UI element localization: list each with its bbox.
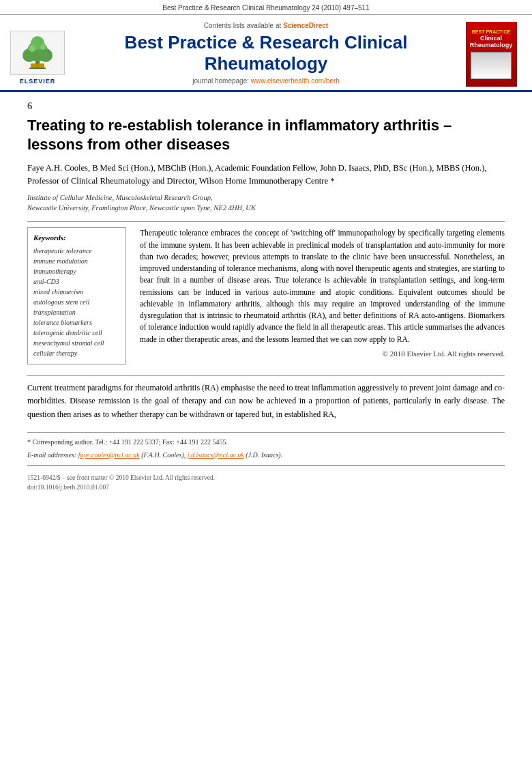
keywords-column: Keywords: therapeutic toleranceimmune mo… bbox=[27, 227, 126, 364]
svg-rect-1 bbox=[29, 68, 46, 69]
article-body: Current treatment paradigms for rheumato… bbox=[27, 382, 505, 421]
page: Best Practice & Research Clinical Rheuma… bbox=[0, 0, 532, 774]
keywords-list: therapeutic toleranceimmune modulationim… bbox=[33, 246, 120, 358]
cover-best-practice: BEST PRACTICE bbox=[472, 29, 510, 34]
keywords-title: Keywords: bbox=[33, 233, 120, 242]
footer-emails: E-mail addresses: faye.cooles@ncl.ac.uk … bbox=[27, 450, 505, 460]
svg-point-4 bbox=[39, 48, 53, 62]
journal-header: ELSEVIER Contents lists available at Sci… bbox=[0, 15, 532, 92]
journal-citation: Best Practice & Research Clinical Rheuma… bbox=[162, 4, 370, 12]
email2-name: (J.D. Isaacs). bbox=[246, 451, 282, 459]
article-affiliation: Institute of Cellular Medicine, Musculos… bbox=[27, 193, 505, 213]
sciencedirect-link[interactable]: ScienceDirect bbox=[283, 22, 328, 29]
corresponding-label: * Corresponding author. bbox=[27, 438, 93, 446]
journal-cover-image: BEST PRACTICE Clinical Rheumatology bbox=[466, 22, 517, 87]
affiliation-line1: Institute of Cellular Medicine, Musculos… bbox=[27, 194, 213, 201]
elsevier-tree-icon bbox=[17, 36, 58, 70]
email1-link[interactable]: faye.cooles@ncl.ac.uk bbox=[78, 451, 140, 459]
keyword-item: mesenchymal stromal cell bbox=[33, 338, 120, 348]
journal-title: Best Practice & Research Clinical Rheuma… bbox=[125, 32, 408, 74]
elsevier-wordmark: ELSEVIER bbox=[20, 78, 56, 85]
email1-name: (F.A.H. Cooles), bbox=[141, 451, 186, 459]
footer-fax: Fax: +44 191 222 5455. bbox=[162, 438, 228, 446]
keyword-item: immunotherapy bbox=[33, 266, 120, 276]
sciencedirect-prefix: Contents lists available at bbox=[204, 22, 283, 29]
homepage-link[interactable]: www.elsevierhealth.com/berh bbox=[251, 77, 340, 85]
keywords-abstract-section: Keywords: therapeutic toleranceimmune mo… bbox=[27, 227, 505, 364]
keyword-item: therapeutic tolerance bbox=[33, 246, 120, 256]
journal-cover-area: BEST PRACTICE Clinical Rheumatology bbox=[464, 22, 518, 90]
keyword-item: immune modulation bbox=[33, 256, 120, 266]
elsevier-logo-area: ELSEVIER bbox=[7, 22, 68, 90]
corresponding-author: * Corresponding author. Tel.: +44 191 22… bbox=[27, 437, 505, 447]
footer-divider bbox=[27, 432, 505, 433]
abstract-copyright: © 2010 Elsevier Ltd. All rights reserved… bbox=[140, 349, 505, 358]
email-label: E-mail addresses: bbox=[27, 451, 78, 459]
keyword-item: cellular therapy bbox=[33, 348, 120, 358]
email2-link[interactable]: j.d.isaacs@ncl.ac.uk bbox=[188, 451, 244, 459]
sciencedirect-line: Contents lists available at ScienceDirec… bbox=[204, 22, 328, 29]
journal-center: Contents lists available at ScienceDirec… bbox=[75, 22, 457, 90]
article-title: Treating to re-establish tolerance in in… bbox=[27, 116, 505, 154]
issn-text: 1521-6942/$ – see front matter © 2010 El… bbox=[27, 473, 505, 483]
keyword-item: mixed chimaerism bbox=[33, 287, 120, 297]
journal-title-line1: Best Practice & Research Clinical bbox=[125, 32, 408, 53]
keyword-item: tolerance biomarkers bbox=[33, 317, 120, 328]
article-authors: Faye A.H. Cooles, B Med Sci (Hon.), MBCh… bbox=[27, 162, 505, 188]
keywords-box: Keywords: therapeutic toleranceimmune mo… bbox=[27, 227, 126, 364]
doi-text: doi:10.1016/j.berh.2010.01.007 bbox=[27, 483, 505, 492]
article-number: 6 bbox=[27, 100, 505, 112]
section-divider-2 bbox=[27, 375, 505, 376]
cover-title: Clinical Rheumatology bbox=[470, 35, 513, 49]
cover-title-line1: Clinical bbox=[480, 35, 502, 42]
journal-title-line2: Rheumatology bbox=[205, 53, 328, 74]
cover-title-line2: Rheumatology bbox=[470, 42, 513, 48]
top-bar: Best Practice & Research Clinical Rheuma… bbox=[0, 0, 532, 15]
journal-homepage: journal homepage: www.elsevierhealth.com… bbox=[192, 77, 340, 85]
footer-notes: * Corresponding author. Tel.: +44 191 22… bbox=[27, 437, 505, 460]
section-divider-1 bbox=[27, 221, 505, 222]
main-content: 6 Treating to re-establish tolerance in … bbox=[0, 92, 532, 500]
keyword-item: anti-CD3 bbox=[33, 276, 120, 287]
homepage-prefix: journal homepage: bbox=[192, 77, 251, 85]
cover-image-placeholder bbox=[471, 52, 512, 79]
page-bottom-divider bbox=[27, 465, 505, 466]
svg-point-7 bbox=[40, 44, 46, 50]
keyword-item: autologous stem cell transplantation bbox=[33, 297, 120, 317]
elsevier-logo-box bbox=[10, 31, 65, 75]
issn-line: 1521-6942/$ – see front matter © 2010 El… bbox=[27, 473, 505, 493]
abstract-text: Therapeutic tolerance embraces the conce… bbox=[140, 227, 505, 345]
footer-tel: Tel.: +44 191 222 5337; bbox=[95, 438, 160, 446]
affiliation-line2: Newcastle University, Framlington Place,… bbox=[27, 204, 256, 212]
abstract-column: Therapeutic tolerance embraces the conce… bbox=[140, 227, 505, 364]
svg-point-6 bbox=[29, 45, 35, 52]
keyword-item: tolerogenic dendritic cell bbox=[33, 328, 120, 338]
